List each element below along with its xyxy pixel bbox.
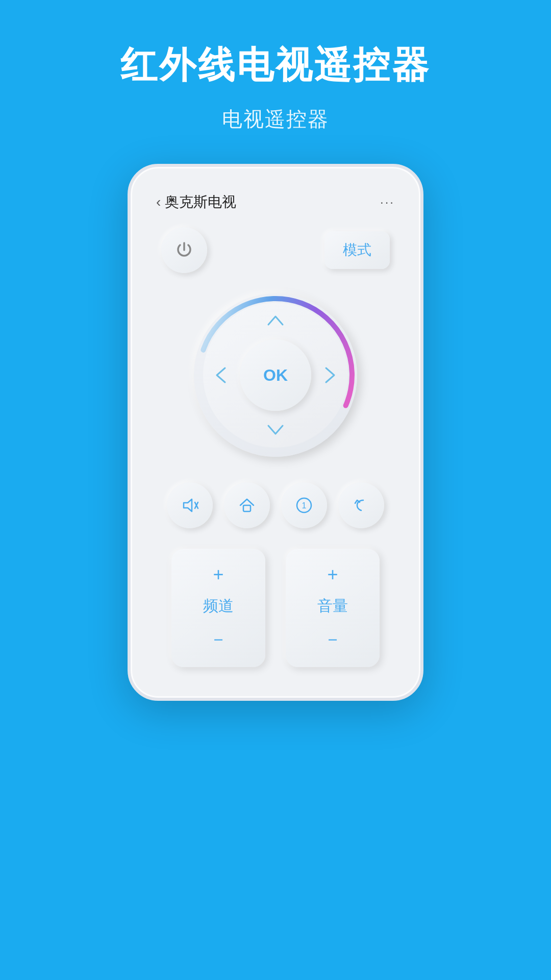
home-button[interactable] xyxy=(224,482,270,528)
back-button[interactable] xyxy=(338,482,384,528)
svg-marker-1 xyxy=(184,499,192,511)
back-icon xyxy=(352,496,370,514)
more-options-button[interactable]: ··· xyxy=(380,195,395,209)
remote-content: 模式 xyxy=(146,227,405,667)
source-icon: 1 xyxy=(295,496,313,514)
nav-title: 奥克斯电视 xyxy=(165,192,236,212)
source-button[interactable]: 1 xyxy=(281,482,327,528)
channel-plus-button[interactable]: + xyxy=(213,564,223,585)
back-nav-button[interactable]: ‹ 奥克斯电视 xyxy=(156,192,236,212)
volume-label: 音量 xyxy=(317,591,348,622)
home-icon xyxy=(238,496,256,514)
channel-label: 频道 xyxy=(203,591,234,622)
action-row: 1 xyxy=(156,482,395,528)
volume-block: + 音量 － xyxy=(286,549,380,667)
phone-top-bar: ‹ 奥克斯电视 ··· xyxy=(146,182,405,217)
dpad-right-button[interactable] xyxy=(317,360,343,390)
mode-button[interactable]: 模式 xyxy=(324,231,390,269)
power-mode-row: 模式 xyxy=(156,227,395,273)
dpad-container: OK xyxy=(194,293,357,457)
channel-minus-button[interactable]: － xyxy=(209,627,228,652)
svg-text:1: 1 xyxy=(302,501,307,510)
phone-mockup: ‹ 奥克斯电视 ··· 模式 xyxy=(128,164,423,701)
svg-rect-4 xyxy=(243,505,251,511)
mute-icon xyxy=(181,496,199,514)
volume-plus-button[interactable]: + xyxy=(327,564,338,585)
dpad-left-button[interactable] xyxy=(208,360,234,390)
back-arrow-icon: ‹ xyxy=(156,194,161,210)
power-icon xyxy=(174,240,194,260)
app-subtitle: 电视遥控器 xyxy=(222,105,329,133)
power-button[interactable] xyxy=(161,227,207,273)
channel-block: + 频道 － xyxy=(171,549,265,667)
ch-vol-row: + 频道 － + 音量 － xyxy=(156,549,395,667)
ok-button[interactable]: OK xyxy=(240,339,311,411)
header-section: 红外线电视遥控器 电视遥控器 xyxy=(0,0,551,154)
dpad-down-button[interactable] xyxy=(260,417,291,443)
dpad-up-button[interactable] xyxy=(260,308,291,333)
mute-button[interactable] xyxy=(167,482,213,528)
volume-minus-button[interactable]: － xyxy=(323,627,342,652)
app-title: 红外线电视遥控器 xyxy=(120,41,431,90)
